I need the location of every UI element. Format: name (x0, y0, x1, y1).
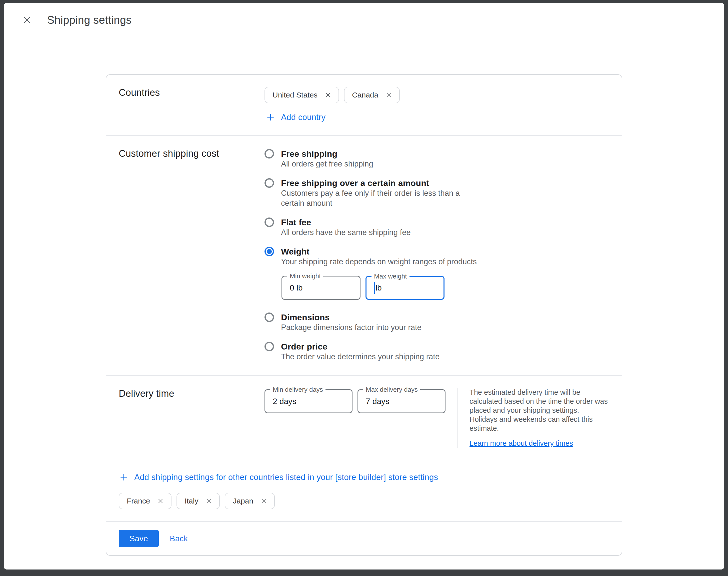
option-description: Customers pay a fee only if their order … (281, 188, 460, 208)
shipping-cost-section: Customer shipping cost Free shipping All… (106, 136, 622, 376)
option-flat-fee[interactable]: Flat fee All orders have the same shippi… (264, 217, 609, 237)
footer-actions: Save Back (106, 522, 622, 555)
radio-icon[interactable] (264, 247, 274, 256)
remove-france-icon[interactable] (156, 497, 165, 505)
max-delivery-days-value: 7 days (366, 397, 389, 406)
shipping-settings-dialog: Shipping settings Countries United State… (4, 3, 724, 570)
countries-section: Countries United States Canada (106, 75, 622, 136)
delivery-time-section: Delivery time Min delivery days 2 days M… (106, 376, 622, 460)
settings-card: Countries United States Canada (106, 74, 622, 556)
option-description: The order value determines your shipping… (281, 352, 439, 362)
min-delivery-days-value: 2 days (273, 397, 296, 406)
shipping-cost-label: Customer shipping cost (119, 148, 264, 363)
max-weight-field[interactable]: Max weight lb (366, 276, 444, 300)
option-free-shipping[interactable]: Free shipping All orders get free shippi… (264, 149, 609, 169)
option-description: All orders get free shipping (281, 159, 373, 169)
plus-icon (265, 112, 275, 122)
remove-italy-icon[interactable] (205, 497, 213, 505)
delivery-info-panel: The estimated delivery time will be calc… (457, 388, 608, 448)
min-weight-field[interactable]: Min weight 0 lb (282, 276, 360, 300)
option-label: Order price (281, 342, 439, 351)
weight-fields-row: Min weight 0 lb Max weight lb (282, 276, 609, 300)
radio-icon[interactable] (264, 178, 274, 188)
option-free-shipping-over-amount[interactable]: Free shipping over a certain amount Cust… (264, 178, 609, 208)
delivery-time-label: Delivery time (119, 388, 264, 448)
add-country-label: Add country (281, 113, 325, 122)
chip-label: Canada (352, 91, 378, 99)
chip-label: Italy (184, 497, 198, 505)
back-button[interactable]: Back (170, 534, 188, 543)
option-description: All orders have the same shipping fee (281, 228, 411, 237)
chip-japan[interactable]: Japan (225, 493, 275, 509)
remove-united-states-icon[interactable] (324, 91, 332, 99)
other-countries-section: Add shipping settings for other countrie… (106, 460, 622, 522)
radio-icon[interactable] (264, 149, 274, 159)
delivery-info-text: The estimated delivery time will be calc… (469, 388, 608, 433)
add-shipping-settings-label: Add shipping settings for other countrie… (134, 472, 438, 482)
page-title: Shipping settings (47, 14, 132, 26)
remove-canada-icon[interactable] (385, 91, 393, 99)
countries-label: Countries (119, 87, 264, 123)
add-shipping-settings-button[interactable]: Add shipping settings for other countrie… (119, 472, 438, 482)
option-description: Your shipping rate depends on weight ran… (281, 257, 477, 267)
option-label: Weight (281, 247, 477, 257)
text-cursor (374, 282, 375, 294)
other-countries-chip-row: France Italy (119, 493, 609, 509)
max-delivery-days-label: Max delivery days (363, 386, 420, 393)
min-weight-field-value: 0 lb (290, 283, 303, 292)
chip-label: Japan (233, 497, 253, 505)
chip-france[interactable]: France (119, 493, 172, 509)
dialog-body: Countries United States Canada (4, 37, 724, 570)
chip-label: France (127, 497, 150, 505)
option-dimensions[interactable]: Dimensions Package dimensions factor int… (264, 312, 609, 333)
min-delivery-days-field[interactable]: Min delivery days 2 days (264, 389, 352, 413)
save-button[interactable]: Save (119, 530, 159, 547)
option-label: Flat fee (281, 217, 411, 227)
max-weight-field-label: Max weight (372, 273, 409, 280)
option-weight[interactable]: Weight Your shipping rate depends on wei… (264, 247, 609, 267)
option-order-price[interactable]: Order price The order value determines y… (264, 342, 609, 362)
max-delivery-days-field[interactable]: Max delivery days 7 days (357, 389, 445, 413)
option-description: Package dimensions factor into your rate (281, 322, 421, 333)
delivery-fields-row: Min delivery days 2 days Max delivery da… (264, 389, 445, 413)
countries-chip-row: United States Canada (264, 87, 609, 103)
option-label: Free shipping (281, 149, 373, 159)
plus-icon (119, 472, 129, 482)
max-weight-field-value: lb (376, 283, 382, 292)
min-weight-field-label: Min weight (287, 272, 323, 280)
chip-canada[interactable]: Canada (344, 87, 400, 103)
close-icon[interactable] (20, 13, 34, 27)
remove-japan-icon[interactable] (260, 497, 268, 505)
screenshot-frame: Shipping settings Countries United State… (0, 0, 728, 576)
chip-united-states[interactable]: United States (264, 87, 339, 103)
option-label: Free shipping over a certain amount (281, 178, 460, 188)
add-country-button[interactable]: Add country (265, 112, 325, 122)
min-delivery-days-label: Min delivery days (270, 386, 325, 393)
dialog-header: Shipping settings (4, 3, 724, 37)
radio-icon[interactable] (264, 313, 274, 322)
option-label: Dimensions (281, 312, 421, 322)
radio-icon[interactable] (264, 218, 274, 227)
chip-italy[interactable]: Italy (176, 493, 220, 509)
learn-more-link[interactable]: Learn more about delivery times (469, 439, 573, 448)
chip-label: United States (272, 91, 318, 99)
radio-icon[interactable] (264, 342, 274, 351)
